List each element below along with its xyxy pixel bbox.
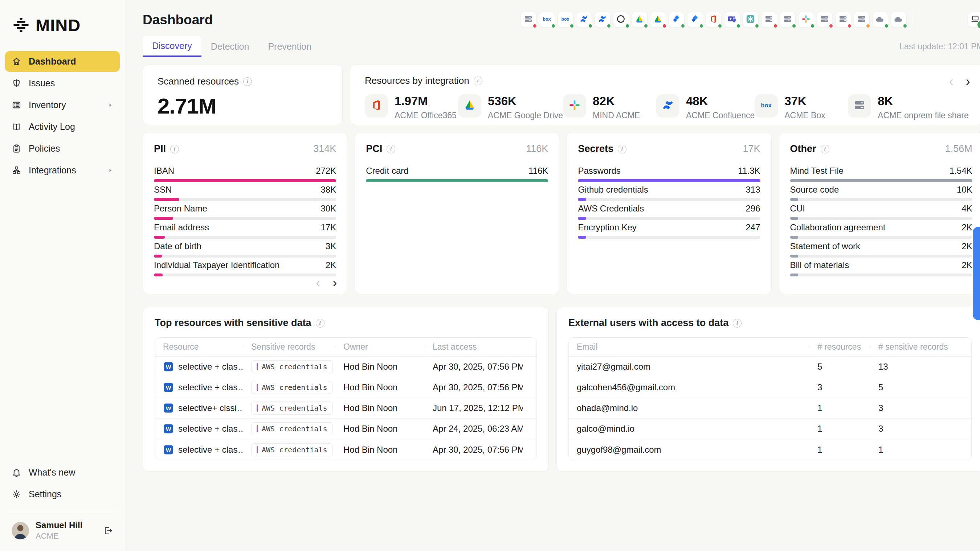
table-row[interactable]: galcohen456@gmail.com35 [569, 377, 971, 398]
distribution-bar-fill [578, 217, 586, 220]
logout-icon[interactable] [103, 526, 113, 536]
integration-chip-server[interactable] [520, 12, 536, 27]
avatar [12, 522, 29, 539]
sensitive-record-chip[interactable]: AWS credentials [251, 443, 333, 456]
distribution-bar-track [790, 255, 972, 257]
integration-chip-box[interactable]: box [539, 12, 555, 27]
integration-chip-server[interactable] [761, 12, 777, 27]
table-row[interactable]: yitai27@gmail.com513 [569, 357, 971, 377]
integration-chip-jira[interactable] [687, 12, 703, 27]
email-cell: galcohen456@gmail.com [569, 382, 810, 392]
pager-next-icon[interactable] [332, 278, 337, 288]
resource-name: selective + clas… [178, 362, 243, 372]
info-icon[interactable] [733, 319, 741, 327]
sidebar-item-dashboard[interactable]: Dashboard [5, 51, 120, 72]
status-dot-green [681, 24, 685, 28]
pager-prev-icon[interactable] [316, 278, 320, 288]
sidebar-item-inventory[interactable]: Inventory [5, 95, 120, 115]
integration-chip-gdrive[interactable] [632, 12, 648, 27]
category-total: 116K [526, 143, 548, 154]
sidebar-item-policies[interactable]: Policies [5, 138, 120, 159]
distribution-item-person-name: Person Name30K [154, 204, 336, 220]
integration-chip-jira[interactable] [668, 12, 684, 27]
device-chip[interactable]: 5 [968, 12, 980, 27]
user-row[interactable]: Samuel Hill ACME [5, 512, 120, 551]
distribution-bar-track [790, 236, 972, 239]
info-icon[interactable] [821, 145, 829, 154]
sensitive-record-chip[interactable]: AWS credentials [251, 360, 333, 373]
distribution-label: IBAN [154, 166, 174, 176]
tab-discovery[interactable]: Discovery [143, 36, 202, 57]
integration-chip-box[interactable]: box [557, 12, 573, 27]
integration-stat-value: 8K [878, 94, 969, 108]
info-icon[interactable] [316, 319, 325, 327]
integration-chip-cloud[interactable] [891, 12, 907, 27]
github-icon [616, 14, 626, 25]
integration-chip-server[interactable] [817, 12, 833, 27]
info-icon[interactable] [243, 77, 252, 86]
table-row[interactable]: Wselective + clas…AWS credentials:Hod Bi… [155, 357, 536, 377]
confluence-icon [661, 98, 675, 113]
distribution-bar-track [578, 217, 760, 220]
sidebar-item-label: Dashboard [29, 56, 76, 67]
info-icon[interactable] [618, 145, 627, 154]
integration-chip-cloud[interactable] [872, 12, 888, 27]
integration-chip-github[interactable] [613, 12, 629, 27]
distribution-item-head: Github credentials313 [578, 185, 760, 194]
integration-chip-gdrive[interactable] [650, 12, 666, 27]
integration-chip-teams[interactable]: T [724, 12, 740, 27]
integration-chip-server[interactable] [835, 12, 851, 27]
feedback-edge-tab[interactable] [973, 227, 980, 320]
sidebar-item-issues[interactable]: Issues [5, 73, 120, 94]
user-org: ACME [35, 531, 83, 541]
status-dot-green [551, 24, 556, 28]
sidebar-item-activity-log[interactable]: Activity Log [5, 116, 120, 137]
info-icon[interactable] [170, 145, 179, 154]
last-access-cell: Apr 30, 2025, 07:56 PM [425, 382, 523, 392]
column-header-sensitive-records: Sensitive records [243, 342, 336, 352]
pager-prev-icon[interactable] [949, 76, 953, 87]
svg-text:W: W [166, 446, 171, 453]
integration-chip-asterisk-app[interactable] [743, 12, 759, 27]
sidebar-item-what-s-new[interactable]: What's new [5, 462, 120, 483]
integration-chip-confluence[interactable] [595, 12, 611, 27]
tab-detection[interactable]: Detection [202, 36, 259, 57]
owner-cell: Hod Bin Noon [336, 382, 425, 392]
sensitive-record-chip[interactable]: AWS credentials [251, 402, 333, 414]
chip-label: AWS credentials [262, 445, 328, 454]
resource-name: selective + clas… [178, 424, 243, 434]
table-row[interactable]: Wselective + clas…AWS credentials:Hod Bi… [155, 419, 536, 439]
page: { "app": { "name": "MIND" }, "sidebar": … [0, 0, 980, 551]
info-icon[interactable] [387, 145, 395, 154]
status-dot-red [662, 24, 667, 28]
info-icon[interactable] [474, 76, 482, 85]
distribution-value: 10K [957, 185, 972, 194]
table-row[interactable]: galco@mind.io13 [569, 419, 971, 439]
tables-row: Top resources with sensitive data Resour… [143, 307, 980, 472]
pager-next-icon[interactable] [966, 76, 970, 87]
category-header: Secrets17K [578, 143, 760, 154]
teams-icon: T [727, 14, 737, 25]
tab-prevention[interactable]: Prevention [258, 36, 321, 57]
integration-chip-server[interactable] [780, 12, 795, 27]
table-row[interactable]: ohada@mind.io13 [569, 398, 971, 419]
integration-chip-office[interactable] [706, 12, 722, 27]
table-row[interactable]: Wselective+ clssi…AWS credentials:Hod Bi… [155, 398, 536, 419]
sidebar-item-integrations[interactable]: Integrations [5, 160, 120, 181]
integration-chip-slack[interactable] [798, 12, 814, 27]
resources-count-cell: 1 [810, 424, 870, 434]
sidebar-item-settings[interactable]: Settings [5, 484, 120, 505]
sensitive-record-chip[interactable]: AWS credentials [251, 381, 333, 394]
table-row[interactable]: guygof98@gmail.com11 [569, 439, 971, 460]
shield-icon [12, 78, 21, 88]
table-row[interactable]: Wselective + clas…AWS credentials:Hod Bi… [155, 439, 536, 460]
resources-by-integration-title: Resources by integration [365, 75, 469, 86]
sensitive-record-chip[interactable]: AWS credentials [251, 422, 333, 435]
column-header-sensitive-records: # sensitive records [870, 342, 956, 352]
table-row[interactable]: Wselective + clas…AWS credentials:Hod Bi… [155, 377, 536, 398]
status-dot-red [829, 24, 834, 28]
integration-chip-server[interactable] [854, 12, 870, 27]
distribution-bar-fill [154, 198, 179, 201]
cloud-icon [875, 14, 885, 25]
integration-chip-confluence[interactable] [576, 12, 592, 27]
